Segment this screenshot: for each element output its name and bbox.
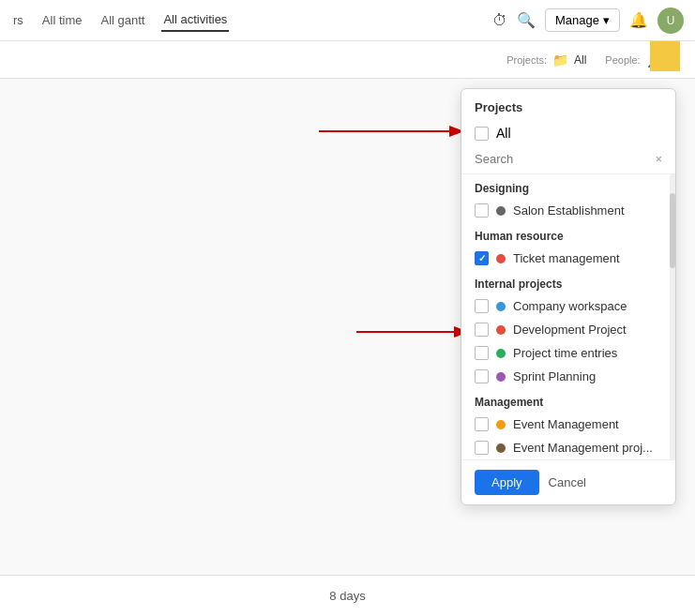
project-checkbox[interactable] [475,251,489,265]
panel-title: Projects [461,89,675,120]
project-checkbox[interactable] [475,369,489,383]
nav-item-rs[interactable]: rs [11,9,25,31]
project-color-dot [496,443,506,453]
project-item[interactable]: Ticket management [461,247,675,270]
project-checkbox[interactable] [475,417,489,431]
group-label: Human resource [461,222,675,247]
groups-container: DesigningSalon EstablishmentHuman resour… [461,174,675,459]
avatar[interactable]: U [657,8,684,34]
project-color-dot [496,349,506,358]
search-icon[interactable]: 🔍 [517,11,536,29]
project-checkbox[interactable] [475,346,489,360]
clear-search-button[interactable]: × [655,152,662,166]
all-row[interactable]: All [461,120,675,146]
project-name: Event Management proj... [513,441,653,455]
clock-icon[interactable]: ⏱ [492,12,507,29]
days-text: 8 days [329,589,365,603]
panel-scroll[interactable]: DesigningSalon EstablishmentHuman resour… [461,174,675,459]
project-color-dot [496,325,506,335]
chevron-down-icon: ▾ [603,13,610,27]
project-color-dot [496,254,506,263]
project-color-dot [496,206,506,216]
project-item[interactable]: Development Project [461,318,675,341]
project-checkbox[interactable] [475,299,489,313]
project-name: Company workspace [513,299,627,313]
projects-filter[interactable]: Projects: 📁 All [506,53,586,68]
nav-item-allactivities[interactable]: All activities [161,8,229,32]
cancel-button[interactable]: Cancel [549,475,586,489]
project-checkbox[interactable] [475,323,489,337]
project-name: Project time entries [513,346,617,360]
people-label: People: [605,54,640,66]
search-row: × [461,146,675,174]
project-color-dot [496,420,506,429]
main-area: Projects All × DesigningSalon Establishm… [0,79,695,616]
project-item[interactable]: Event Management proj... [461,436,675,459]
scrollbar-track [670,174,675,459]
project-item[interactable]: Event Management [461,413,675,436]
scrollbar-thumb[interactable] [670,193,675,268]
project-name: Ticket management [513,251,620,265]
project-checkbox[interactable] [475,203,489,218]
panel-footer: Apply Cancel [461,459,675,504]
project-item[interactable]: Salon Establishment [461,199,675,222]
project-color-dot [496,372,506,382]
project-item[interactable]: Sprint Planning [461,365,675,388]
project-name: Event Management [513,417,619,431]
nav-item-allgantt[interactable]: All gantt [98,9,146,31]
project-name: Salon Establishment [513,203,625,218]
filter-bar: Projects: 📁 All People: 👤 All [0,41,695,79]
project-item[interactable]: Company workspace [461,294,675,318]
projects-dropdown: Projects All × DesigningSalon Establishm… [461,88,676,505]
project-color-dot [496,302,506,311]
sticky-note [650,41,680,71]
group-label: Designing [461,174,675,199]
project-checkbox[interactable] [475,441,489,455]
all-checkbox[interactable] [475,127,489,141]
project-name: Development Project [513,323,627,337]
group-label: Internal projects [461,270,675,294]
manage-button[interactable]: Manage ▾ [545,8,620,32]
project-item[interactable]: Project time entries [461,341,675,365]
all-label: All [496,126,511,141]
group-label: Management [461,388,675,413]
nav-right-controls: ⏱ 🔍 Manage ▾ 🔔 U [492,8,684,34]
top-navigation: rs All time All gantt All activities ⏱ 🔍… [0,0,695,41]
nav-item-alltime[interactable]: All time [40,9,84,31]
projects-value: All [574,53,586,67]
apply-button[interactable]: Apply [475,470,539,495]
project-name: Sprint Planning [513,369,596,383]
search-input[interactable] [475,150,662,168]
bottom-bar: 8 days [0,575,695,616]
folder-icon: 📁 [552,53,568,68]
projects-label: Projects: [506,54,547,66]
bell-icon[interactable]: 🔔 [629,11,648,29]
